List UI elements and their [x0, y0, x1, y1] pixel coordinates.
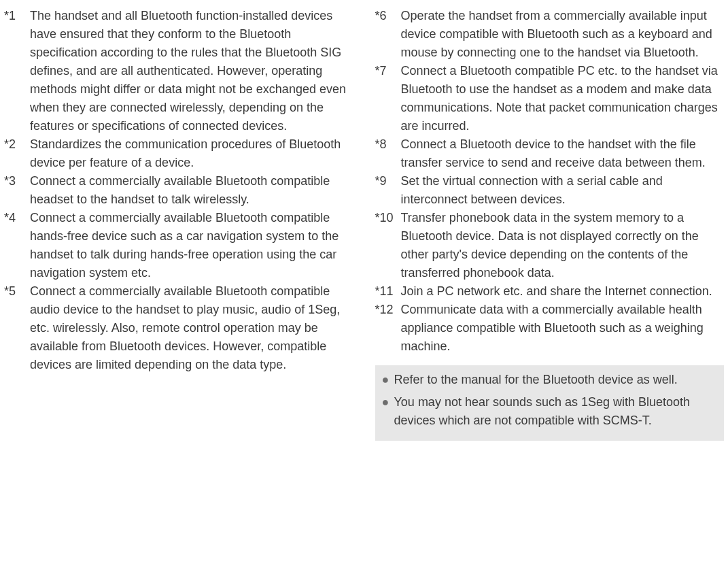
footnote-number: *1 [4, 7, 30, 135]
footnote-text: Standardizes the communication procedure… [30, 135, 353, 172]
right-column: *6 Operate the handset from a commercial… [375, 7, 729, 570]
footnote-text: Connect a commercially available Bluetoo… [30, 209, 353, 282]
footnote-number: *5 [4, 282, 30, 374]
info-bullet-2: ● You may not hear sounds such as 1Seg w… [382, 393, 718, 430]
footnote-11: *11 Join a PC network etc. and share the… [375, 282, 725, 301]
footnote-7: *7 Connect a Bluetooth compatible PC etc… [375, 62, 725, 135]
info-bullet-1: ● Refer to the manual for the Bluetooth … [382, 371, 718, 389]
footnote-number: *2 [4, 135, 30, 172]
footnote-6: *6 Operate the handset from a commercial… [375, 7, 725, 62]
footnote-4: *4 Connect a commercially available Blue… [4, 209, 353, 282]
footnote-text: Set the virtual connection with a serial… [401, 172, 725, 209]
footnote-number: *12 [375, 301, 401, 356]
footnote-text: Connect a Bluetooth compatible PC etc. t… [401, 62, 725, 135]
footnote-number: *6 [375, 7, 401, 62]
footnote-1: *1 The handset and all Bluetooth functio… [4, 7, 353, 135]
bullet-icon: ● [382, 393, 394, 412]
footnote-text: Connect a commercially available Bluetoo… [30, 172, 353, 209]
info-bullet-text: Refer to the manual for the Bluetooth de… [394, 371, 718, 389]
info-bullet-text: You may not hear sounds such as 1Seg wit… [394, 393, 718, 430]
footnote-10: *10 Transfer phonebook data in the syste… [375, 209, 725, 282]
footnote-9: *9 Set the virtual connection with a ser… [375, 172, 725, 209]
footnote-2: *2 Standardizes the communication proced… [4, 135, 353, 172]
footnote-text: Transfer phonebook data in the system me… [401, 209, 725, 282]
info-box: ● Refer to the manual for the Bluetooth … [375, 365, 725, 441]
footnote-text: The handset and all Bluetooth function-i… [30, 7, 353, 135]
footnote-number: *8 [375, 135, 401, 172]
footnote-8: *8 Connect a Bluetooth device to the han… [375, 135, 725, 172]
footnote-text: Connect a commercially available Bluetoo… [30, 282, 353, 374]
footnote-text: Join a PC network etc. and share the Int… [401, 282, 725, 301]
footnote-text: Operate the handset from a commercially … [401, 7, 725, 62]
footnote-3: *3 Connect a commercially available Blue… [4, 172, 353, 209]
footnote-number: *10 [375, 209, 401, 282]
left-column: *1 The handset and all Bluetooth functio… [0, 7, 353, 570]
footnote-number: *3 [4, 172, 30, 209]
bullet-icon: ● [382, 371, 394, 389]
footnote-text: Communicate data with a commercially ava… [401, 301, 725, 356]
page: *1 The handset and all Bluetooth functio… [0, 0, 728, 570]
footnote-number: *7 [375, 62, 401, 135]
footnote-number: *9 [375, 172, 401, 209]
footnote-12: *12 Communicate data with a commercially… [375, 301, 725, 356]
footnote-number: *4 [4, 209, 30, 282]
footnote-text: Connect a Bluetooth device to the handse… [401, 135, 725, 172]
footnote-number: *11 [375, 282, 401, 301]
footnote-5: *5 Connect a commercially available Blue… [4, 282, 353, 374]
